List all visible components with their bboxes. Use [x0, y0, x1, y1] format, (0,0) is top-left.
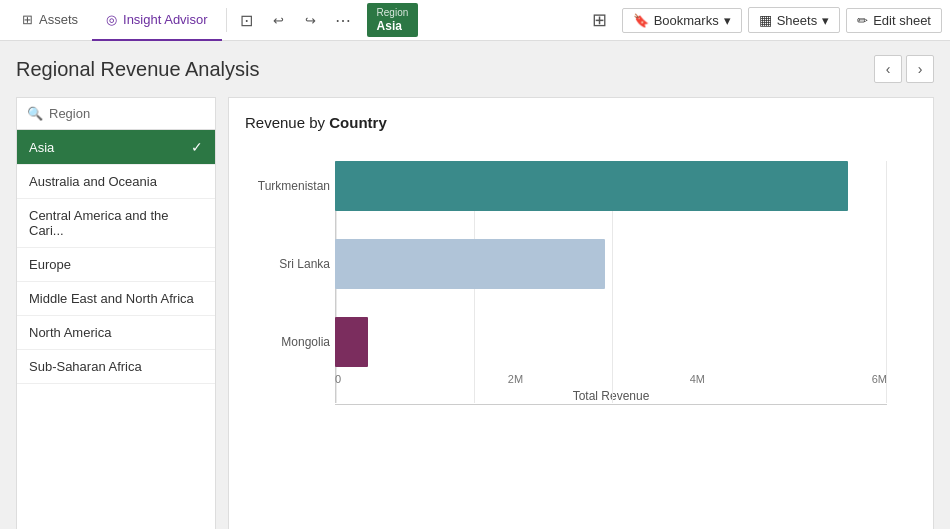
- bookmark-icon: 🔖: [633, 13, 649, 28]
- bar-row-turkmenistan: Turkmenistan: [335, 161, 887, 211]
- bar-track-mongolia: [335, 317, 887, 367]
- next-icon: ›: [918, 61, 923, 77]
- prev-page-button[interactable]: ‹: [874, 55, 902, 83]
- toolbar-divider-1: [226, 8, 227, 32]
- bar-fill-srilanka: [335, 239, 605, 289]
- sidebar-item-europe-label: Europe: [29, 257, 71, 272]
- bar-label-mongolia: Mongolia: [245, 335, 330, 349]
- content-area: 🔍 Region Asia ✓ Australia and Oceania Ce…: [16, 97, 934, 529]
- sidebar: 🔍 Region Asia ✓ Australia and Oceania Ce…: [16, 97, 216, 529]
- x-axis-title: Total Revenue: [335, 389, 887, 403]
- undo-icon: ↩: [273, 13, 284, 28]
- x-label-4m: 4M: [690, 373, 705, 385]
- bar-track-srilanka: [335, 239, 887, 289]
- sheets-icon: ▦: [759, 12, 772, 28]
- bar-track-turkmenistan: [335, 161, 887, 211]
- bar-fill-turkmenistan: [335, 161, 848, 211]
- x-label-0: 0: [335, 373, 341, 385]
- redo-button[interactable]: ↪: [295, 4, 327, 36]
- bar-label-srilanka: Sri Lanka: [245, 257, 330, 271]
- sidebar-item-sub-saharan[interactable]: Sub-Saharan Africa: [17, 350, 215, 384]
- page: Regional Revenue Analysis ‹ › 🔍 Region A…: [0, 41, 950, 529]
- more-button[interactable]: ⋯: [327, 4, 359, 36]
- page-header: Regional Revenue Analysis ‹ ›: [16, 55, 934, 83]
- tab-assets[interactable]: ⊞ Assets: [8, 0, 92, 41]
- bookmarks-label: Bookmarks: [654, 13, 719, 28]
- x-axis-labels: 0 2M 4M 6M: [335, 367, 887, 385]
- tab-assets-label: Assets: [39, 12, 78, 27]
- bar-rows: Turkmenistan Sri Lanka Mongo: [335, 161, 887, 367]
- chart-container: Revenue by Country Turkmenistan: [228, 97, 934, 529]
- chart-title: Revenue by Country: [245, 114, 917, 131]
- toolbar: ⊞ Assets ◎ Insight Advisor ⊡ ↩ ↪ ⋯ Regio…: [0, 0, 950, 41]
- chart-body: Turkmenistan Sri Lanka Mongo: [245, 151, 917, 453]
- screenshot-icon: ⊡: [240, 11, 253, 30]
- x-label-6m: 6M: [872, 373, 887, 385]
- prev-icon: ‹: [886, 61, 891, 77]
- checkmark-icon: ✓: [191, 139, 203, 155]
- chip-label: Region: [377, 6, 409, 19]
- undo-button[interactable]: ↩: [263, 4, 295, 36]
- sidebar-item-central-america-label: Central America and the Cari...: [29, 208, 203, 238]
- search-label: Region: [49, 106, 90, 121]
- chip-value: Asia: [377, 19, 409, 35]
- sheets-chevron: ▾: [822, 13, 829, 28]
- redo-icon: ↪: [305, 13, 316, 28]
- assets-icon: ⊞: [22, 12, 33, 27]
- sheets-button[interactable]: ▦ Sheets ▾: [748, 7, 840, 33]
- next-page-button[interactable]: ›: [906, 55, 934, 83]
- nav-arrows: ‹ ›: [874, 55, 934, 83]
- bookmarks-button[interactable]: 🔖 Bookmarks ▾: [622, 8, 742, 33]
- sidebar-item-australia-label: Australia and Oceania: [29, 174, 157, 189]
- chart-title-bold: Country: [329, 114, 387, 131]
- edit-icon: ✏: [857, 13, 868, 28]
- sidebar-item-asia-label: Asia: [29, 140, 54, 155]
- sidebar-item-central-america[interactable]: Central America and the Cari...: [17, 199, 215, 248]
- bar-label-turkmenistan: Turkmenistan: [245, 179, 330, 193]
- x-label-2m: 2M: [508, 373, 523, 385]
- region-chip[interactable]: Region Asia: [367, 3, 419, 38]
- grid-icon-btn[interactable]: ⊞: [584, 4, 616, 36]
- edit-sheet-label: Edit sheet: [873, 13, 931, 28]
- sidebar-item-europe[interactable]: Europe: [17, 248, 215, 282]
- screenshot-button[interactable]: ⊡: [231, 4, 263, 36]
- sidebar-item-north-america-label: North America: [29, 325, 111, 340]
- insight-advisor-icon: ◎: [106, 12, 117, 27]
- tab-insight-advisor[interactable]: ◎ Insight Advisor: [92, 0, 222, 41]
- bookmarks-chevron: ▾: [724, 13, 731, 28]
- bar-row-mongolia: Mongolia: [335, 317, 887, 367]
- sidebar-item-north-america[interactable]: North America: [17, 316, 215, 350]
- bar-row-srilanka: Sri Lanka: [335, 239, 887, 289]
- sidebar-item-asia[interactable]: Asia ✓: [17, 130, 215, 165]
- more-icon: ⋯: [335, 11, 351, 30]
- sheets-label: Sheets: [777, 13, 817, 28]
- toolbar-right: ⊞ 🔖 Bookmarks ▾ ▦ Sheets ▾ ✏ Edit sheet: [584, 4, 942, 36]
- page-title: Regional Revenue Analysis: [16, 58, 260, 81]
- x-axis-line: [335, 404, 887, 405]
- sidebar-item-middle-east[interactable]: Middle East and North Africa: [17, 282, 215, 316]
- bar-fill-mongolia: [335, 317, 368, 367]
- sidebar-item-australia[interactable]: Australia and Oceania: [17, 165, 215, 199]
- edit-sheet-button[interactable]: ✏ Edit sheet: [846, 8, 942, 33]
- tab-insight-advisor-label: Insight Advisor: [123, 12, 208, 27]
- chart-title-regular: Revenue by: [245, 114, 325, 131]
- sidebar-search[interactable]: 🔍 Region: [17, 98, 215, 130]
- sidebar-item-sub-saharan-label: Sub-Saharan Africa: [29, 359, 142, 374]
- sidebar-item-middle-east-label: Middle East and North Africa: [29, 291, 194, 306]
- search-icon: 🔍: [27, 106, 43, 121]
